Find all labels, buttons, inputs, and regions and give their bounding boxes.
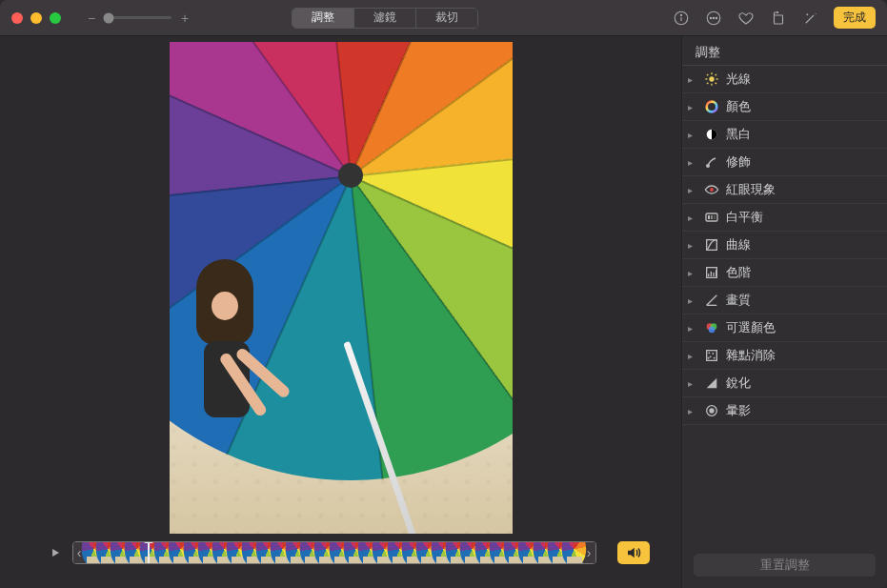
adjust-item-label: 暈影 [726, 402, 751, 419]
titlebar: − + 調整 濾鏡 裁切 完成 [0, 0, 887, 36]
adjust-item-label: 畫質 [726, 292, 751, 309]
chevron-right-icon: ▸ [688, 157, 697, 168]
chevron-right-icon: ▸ [688, 213, 697, 223]
timeline-row: ‹ › [46, 541, 636, 564]
adjust-item-bw[interactable]: ▸黑白 [682, 121, 887, 149]
svg-line-15 [707, 83, 708, 84]
adjust-item-label: 銳化 [726, 375, 751, 392]
window-fullscreen-button[interactable] [50, 12, 61, 24]
svg-point-20 [710, 188, 714, 192]
svg-line-13 [707, 74, 708, 75]
chevron-right-icon: ▸ [688, 378, 697, 389]
adjust-item-vignette[interactable]: ▸暈影 [682, 397, 887, 425]
zoom-thumb[interactable] [104, 12, 114, 23]
svg-point-37 [710, 409, 714, 413]
svg-point-31 [709, 353, 710, 354]
levels-icon [703, 264, 720, 281]
adjust-item-curves[interactable]: ▸曲線 [682, 232, 887, 259]
adjust-item-light[interactable]: ▸光線 [682, 66, 887, 93]
tab-crop[interactable]: 裁切 [416, 9, 477, 28]
svg-point-2 [680, 14, 681, 15]
timeline-filmstrip[interactable] [87, 542, 582, 563]
zoom-out-icon: − [86, 10, 97, 26]
rotate-icon[interactable] [769, 9, 788, 28]
svg-rect-22 [708, 215, 710, 219]
adjust-item-sharpen[interactable]: ▸銳化 [682, 370, 887, 397]
svg-point-34 [714, 357, 715, 358]
vignette-icon [703, 402, 720, 419]
tab-filters[interactable]: 濾鏡 [354, 9, 416, 28]
svg-point-17 [707, 102, 717, 112]
tab-adjust[interactable]: 調整 [292, 9, 354, 28]
edit-mode-segmented: 調整 濾鏡 裁切 [292, 8, 478, 29]
more-icon[interactable] [704, 9, 723, 28]
chevron-right-icon: ▸ [688, 406, 697, 416]
play-button[interactable] [46, 543, 65, 562]
adjust-item-color[interactable]: ▸顏色 [682, 93, 887, 121]
done-button[interactable]: 完成 [834, 7, 876, 29]
svg-point-29 [709, 327, 716, 334]
selcolor-icon [703, 319, 720, 336]
svg-rect-24 [714, 215, 716, 219]
reset-adjustments-button[interactable]: 重置調整 [694, 554, 876, 577]
window-minimize-button[interactable] [30, 12, 42, 24]
canvas-area: ‹ › [0, 36, 681, 588]
chevron-right-icon: ▸ [688, 295, 697, 306]
adjust-item-noise[interactable]: ▸雜點消除 [682, 342, 887, 370]
svg-point-33 [710, 356, 711, 357]
adjust-item-redeye[interactable]: ▸紅眼現象 [682, 176, 887, 204]
adjust-item-definition[interactable]: ▸畫質 [682, 287, 887, 314]
retouch-icon [703, 153, 720, 171]
window-controls [11, 12, 61, 24]
sidebar-title: 調整 [682, 36, 887, 66]
timeline-frame[interactable] [567, 542, 581, 563]
color-icon [703, 98, 720, 115]
toolbar-right: 完成 [672, 7, 876, 29]
svg-point-5 [713, 17, 715, 19]
svg-point-35 [708, 357, 709, 358]
adjust-item-label: 光線 [726, 71, 751, 88]
zoom-track[interactable] [105, 16, 171, 19]
video-timeline[interactable]: ‹ › [72, 541, 596, 564]
svg-point-19 [707, 165, 710, 168]
sharpen-icon [703, 375, 720, 392]
photo-preview[interactable] [170, 42, 513, 534]
definition-icon [703, 292, 720, 309]
svg-point-6 [716, 17, 717, 19]
adjust-item-label: 紅眼現象 [726, 181, 776, 198]
info-icon[interactable] [672, 9, 691, 28]
adjust-list: ▸光線▸顏色▸黑白▸修飾▸紅眼現象▸白平衡▸曲線▸色階▸畫質▸可選顏色▸雜點消除… [682, 66, 887, 544]
main-area: ‹ › 調整 ▸光線▸顏色▸黑白▸修飾▸紅眼現象▸白平衡▸曲線▸色階▸畫質▸可選… [0, 36, 887, 588]
window-close-button[interactable] [11, 12, 23, 24]
auto-enhance-icon[interactable] [801, 9, 820, 28]
adjust-sidebar: 調整 ▸光線▸顏色▸黑白▸修飾▸紅眼現象▸白平衡▸曲線▸色階▸畫質▸可選顏色▸雜… [681, 36, 887, 588]
adjust-item-label: 曲線 [726, 236, 751, 253]
audio-button[interactable] [617, 541, 650, 564]
chevron-right-icon: ▸ [688, 74, 697, 85]
adjust-item-retouch[interactable]: ▸修飾 [682, 149, 887, 176]
adjust-item-selcolor[interactable]: ▸可選顏色 [682, 314, 887, 342]
bw-icon [703, 126, 720, 143]
svg-line-14 [716, 83, 716, 84]
svg-point-4 [710, 17, 712, 19]
svg-line-16 [716, 74, 716, 75]
redeye-icon [703, 181, 720, 198]
svg-point-32 [713, 353, 714, 354]
svg-rect-30 [707, 351, 717, 361]
chevron-right-icon: ▸ [688, 351, 697, 361]
adjust-item-levels[interactable]: ▸色階 [682, 259, 887, 287]
favorite-icon[interactable] [736, 9, 756, 28]
adjust-item-label: 可選顏色 [726, 319, 776, 336]
playhead[interactable] [148, 541, 150, 564]
adjust-item-wb[interactable]: ▸白平衡 [682, 204, 887, 232]
chevron-right-icon: ▸ [688, 323, 697, 334]
wb-icon [703, 209, 720, 226]
chevron-right-icon: ▸ [688, 130, 697, 140]
zoom-slider[interactable]: − + [86, 10, 191, 26]
adjust-item-label: 黑白 [726, 126, 751, 143]
curves-icon [703, 236, 720, 253]
noise-icon [703, 347, 720, 364]
chevron-right-icon: ▸ [688, 102, 697, 112]
zoom-in-icon: + [179, 10, 191, 26]
adjust-item-label: 雜點消除 [726, 347, 776, 364]
